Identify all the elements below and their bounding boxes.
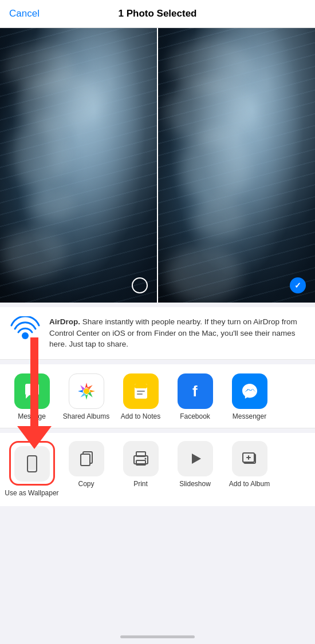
action-label-copy: Copy [78, 480, 94, 489]
share-label-add-to-notes: Add to Notes [121, 412, 160, 422]
action-item-wallpaper[interactable]: Use as Wallpaper [5, 441, 59, 498]
shared-albums-icon [69, 373, 104, 409]
actions-row: Use as Wallpaper Copy Print [0, 433, 315, 506]
svg-rect-10 [81, 454, 90, 466]
separator-1 [0, 303, 315, 307]
page-title: 1 Photo Selected [119, 8, 197, 19]
share-label-message: Message [18, 412, 46, 422]
svg-rect-3 [135, 384, 147, 388]
share-item-shared-albums[interactable]: Shared Albums [59, 373, 113, 422]
cancel-button[interactable]: Cancel [9, 8, 40, 19]
messenger-icon [232, 373, 267, 409]
copy-icon [69, 441, 104, 476]
svg-text:f: f [192, 383, 198, 400]
header: Cancel 1 Photo Selected [0, 0, 315, 28]
add-to-album-icon [232, 441, 267, 476]
share-item-message[interactable]: Message [5, 373, 59, 422]
airdrop-icon [9, 316, 41, 348]
share-label-shared-albums: Shared Albums [63, 412, 109, 422]
action-label-add-to-album: Add to Album [229, 480, 270, 489]
wallpaper-highlight [9, 441, 55, 486]
slideshow-icon [178, 441, 213, 476]
wallpaper-icon [14, 446, 50, 482]
share-apps-row: Message Shared Albums [0, 364, 315, 429]
message-icon [14, 373, 50, 409]
svg-point-14 [144, 458, 146, 460]
action-label-print: Print [133, 480, 148, 489]
action-item-slideshow[interactable]: Slideshow [168, 441, 222, 489]
svg-marker-15 [192, 454, 201, 464]
action-label-wallpaper: Use as Wallpaper [5, 489, 58, 498]
photo-1-selection[interactable] [132, 277, 148, 293]
share-item-messenger[interactable]: Messenger [222, 373, 277, 422]
separator-3 [0, 428, 315, 433]
share-item-add-to-notes[interactable]: Add to Notes [113, 373, 168, 422]
airdrop-body: Share instantly with people nearby. If t… [49, 317, 297, 348]
svg-point-0 [22, 332, 29, 339]
action-item-print[interactable]: Print [113, 441, 168, 489]
share-label-facebook: Facebook [180, 412, 210, 422]
photo-cell-1[interactable] [0, 28, 157, 303]
svg-rect-8 [28, 457, 36, 470]
action-item-add-to-album[interactable]: Add to Album [222, 441, 277, 489]
airdrop-description: AirDrop. Share instantly with people nea… [49, 316, 306, 350]
airdrop-section: AirDrop. Share instantly with people nea… [0, 307, 315, 360]
notes-icon [123, 373, 159, 409]
share-item-facebook[interactable]: f Facebook [168, 373, 222, 422]
action-label-slideshow: Slideshow [179, 480, 211, 489]
photo-2-selection[interactable] [290, 277, 306, 293]
share-label-messenger: Messenger [233, 412, 266, 422]
photos-area [0, 28, 315, 303]
print-icon [123, 441, 159, 476]
facebook-icon: f [178, 373, 213, 409]
photo-cell-2[interactable] [157, 28, 315, 303]
airdrop-title: AirDrop. [49, 317, 80, 326]
svg-rect-5 [137, 393, 143, 395]
separator-2 [0, 360, 315, 364]
home-indicator [120, 635, 195, 638]
svg-rect-4 [137, 391, 145, 392]
action-item-copy[interactable]: Copy [59, 441, 113, 489]
